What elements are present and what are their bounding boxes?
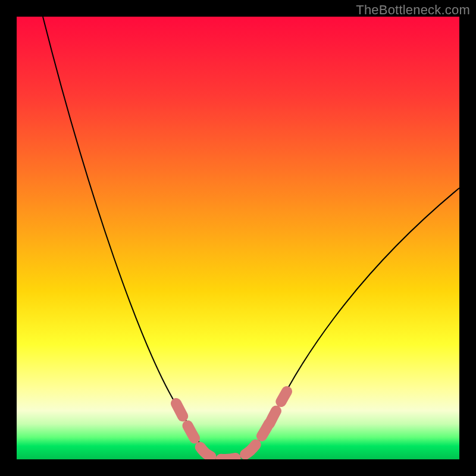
chart-frame: TheBottleneck.com	[0, 0, 476, 476]
curve-layer	[17, 17, 459, 459]
watermark-text: TheBottleneck.com	[356, 2, 470, 18]
highlight-band	[176, 392, 287, 459]
plot-area	[17, 17, 459, 459]
bottleneck-curve	[43, 17, 459, 459]
